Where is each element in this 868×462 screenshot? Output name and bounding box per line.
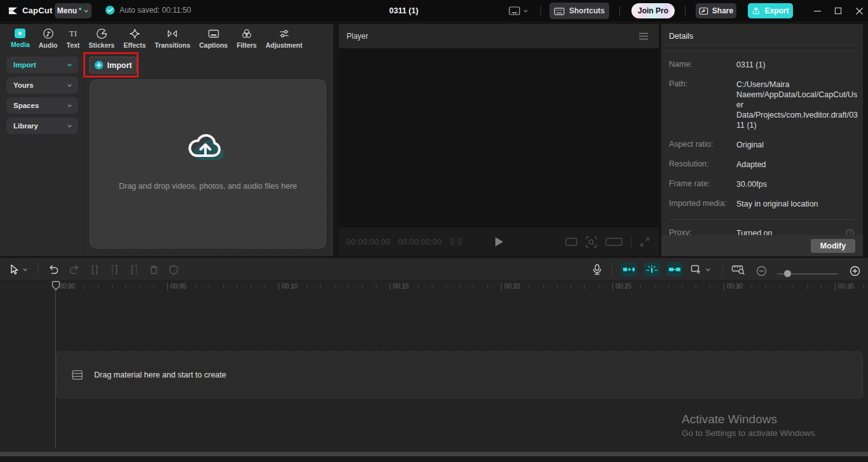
total-timecode: 00:00:00:00 [398, 238, 442, 247]
magnet-snap-icon [623, 265, 635, 274]
timeline-area[interactable]: 00:00 00:05 00:10 00:15 00:20 00:25 00:3… [0, 281, 868, 462]
toolbar-divider [612, 264, 612, 275]
export-icon [752, 6, 761, 15]
layout-switcher[interactable] [509, 6, 528, 16]
player-controls: 00:00:00:00 00:00:00:00 [339, 228, 659, 256]
tab-transitions[interactable]: Transitions [150, 28, 195, 49]
linked-selection-toggle[interactable] [666, 262, 683, 276]
maximize-icon [834, 7, 842, 15]
filters-icon [241, 28, 252, 39]
fullscreen-icon[interactable] [640, 237, 650, 247]
tab-adjustment[interactable]: Adjustment [261, 28, 307, 49]
menu-label: Menu [57, 6, 77, 15]
player-controls-divider [631, 238, 631, 247]
sidebar-item-import[interactable]: Import [6, 57, 78, 73]
stickers-icon [96, 28, 107, 39]
delete-icon[interactable] [149, 264, 159, 275]
minimize-button[interactable] [808, 0, 827, 22]
asset-tabs: Media Audio TI Text Stickers Effects Tra… [0, 24, 333, 51]
delete-left-icon[interactable] [109, 264, 120, 275]
maximize-button[interactable] [829, 0, 848, 22]
keyboard-icon [554, 6, 565, 16]
tab-captions[interactable]: Captions [195, 28, 232, 49]
share-icon [699, 6, 708, 16]
timeline-horizontal-scrollbar[interactable] [0, 452, 868, 456]
link-clips-icon [668, 265, 681, 274]
playhead-marker[interactable] [52, 281, 60, 291]
chevron-down-icon [67, 62, 72, 68]
text-icon: TI [67, 28, 79, 39]
effects-icon [129, 28, 141, 39]
zoom-to-fit-icon[interactable] [731, 264, 745, 275]
tab-text[interactable]: TI Text [62, 28, 85, 49]
dropzone-hint-text: Drag and drop videos, photos, and audio … [119, 182, 297, 191]
tab-audio[interactable]: Audio [34, 28, 62, 49]
minimize-icon [813, 7, 822, 15]
detail-row-resolution: Resolution: Adapted [669, 160, 855, 170]
titlebar-divider [541, 6, 541, 16]
titlebar-divider [619, 6, 620, 16]
track-hint-text: Drag material here and start to create [94, 370, 226, 379]
detail-row-frame-rate: Frame rate: 30.00fps [669, 179, 855, 189]
timeline-zoom-slider-handle[interactable] [784, 270, 791, 277]
media-dropzone[interactable]: Drag and drop videos, photos, and audio … [90, 79, 326, 248]
shortcuts-button[interactable]: Shortcuts [549, 3, 609, 19]
aspect-ratio-icon[interactable] [565, 238, 577, 246]
captions-icon [208, 28, 219, 39]
player-right-controls [565, 236, 650, 248]
media-icon [14, 28, 26, 39]
compare-frames-icon[interactable] [450, 238, 462, 247]
autosave-text: Auto saved: 00:11:50 [120, 6, 191, 15]
svg-text:TI: TI [69, 29, 77, 38]
resolution-icon[interactable] [605, 238, 623, 246]
timeline-zoom-in-icon[interactable] [850, 266, 860, 276]
empty-track-placeholder[interactable]: Drag material here and start to create [56, 351, 863, 398]
sidebar-item-spaces[interactable]: Spaces [6, 97, 78, 114]
detail-row-path: Path: C:/Users/Maira Naeem/AppData/Local… [669, 79, 855, 130]
ruler-label: 00:35 [835, 283, 854, 290]
chevron-down-icon [67, 103, 72, 109]
export-button[interactable]: Export [748, 3, 793, 18]
sidebar-item-yours[interactable]: Yours [6, 77, 78, 93]
modify-button[interactable]: Modify [811, 239, 855, 253]
player-header: Player [339, 24, 659, 48]
app-name: CapCut [22, 6, 52, 15]
record-voiceover-icon[interactable] [591, 264, 603, 276]
close-button[interactable] [850, 0, 868, 22]
tab-filters[interactable]: Filters [232, 28, 261, 49]
delete-right-icon[interactable] [129, 264, 139, 275]
close-icon [855, 7, 864, 15]
select-clip-icon [691, 264, 703, 275]
play-button[interactable] [494, 236, 504, 247]
mask-icon[interactable] [169, 264, 179, 275]
redo-icon[interactable] [69, 264, 80, 275]
details-header: Details [661, 24, 863, 48]
timeline-zoom-out-icon[interactable] [756, 266, 767, 276]
undo-icon[interactable] [48, 264, 59, 275]
split-icon[interactable] [90, 264, 100, 275]
tab-stickers[interactable]: Stickers [84, 28, 119, 49]
main-track-magnet-toggle[interactable] [621, 262, 637, 276]
preview-axis-toggle[interactable] [644, 262, 660, 276]
join-pro-button[interactable]: Join Pro [631, 3, 675, 18]
share-button[interactable]: Share [696, 3, 736, 18]
current-timecode: 00:00:00:00 [347, 238, 390, 247]
media-track-icon [72, 370, 83, 380]
player-panel: Player 00:00:00:00 00:00:00:00 [339, 24, 659, 256]
player-menu-icon[interactable] [638, 32, 649, 40]
timeline-toolbar [0, 258, 868, 281]
select-tool-dropdown[interactable] [9, 264, 28, 275]
tab-effects[interactable]: Effects [119, 28, 150, 49]
ruler-label: 00:30 [724, 283, 743, 290]
ruler-label: 00:05 [167, 283, 186, 290]
chevron-down-icon [705, 267, 711, 273]
selection-mode-dropdown[interactable] [691, 264, 711, 275]
sidebar-item-library[interactable]: Library [6, 118, 78, 134]
media-panel: Media Audio TI Text Stickers Effects Tra… [0, 24, 333, 256]
preview-zoom-icon[interactable] [586, 236, 597, 248]
menu-button[interactable]: Menu [55, 3, 92, 18]
media-sidebar: Import Yours Spaces Library [0, 51, 85, 256]
chevron-down-icon [523, 8, 528, 14]
titlebar-divider [685, 6, 685, 16]
tab-media[interactable]: Media [6, 28, 34, 48]
